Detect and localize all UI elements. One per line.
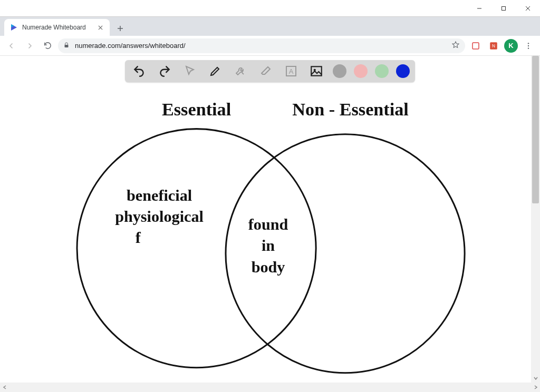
plus-icon xyxy=(117,25,123,32)
horizontal-scrollbar[interactable] xyxy=(0,383,540,392)
chevron-left-icon xyxy=(2,385,7,390)
venn-left-title: Essential xyxy=(162,99,231,119)
scroll-thumb[interactable] xyxy=(532,56,539,203)
star-icon xyxy=(451,41,460,49)
extension-icon xyxy=(471,41,480,51)
kebab-icon xyxy=(524,42,533,50)
minimize-icon xyxy=(477,6,482,11)
svg-point-21 xyxy=(77,129,316,368)
close-icon xyxy=(525,6,531,11)
venn-diagram: Essential Non - Essential beneficial phy… xyxy=(0,82,531,383)
lock-icon xyxy=(63,42,71,50)
extension-2-button[interactable]: N xyxy=(486,38,501,53)
omnibox-url: numerade.com/answers/whiteboard/ xyxy=(75,42,447,50)
venn-right-title: Non - Essential xyxy=(292,99,409,119)
maximize-icon xyxy=(501,6,506,11)
close-icon xyxy=(98,25,103,30)
tab-close-button[interactable] xyxy=(96,23,104,32)
arrow-left-icon xyxy=(7,41,16,51)
nav-forward-button[interactable] xyxy=(22,38,37,53)
venn-center-text-1: found xyxy=(248,215,288,233)
extension-1-button[interactable] xyxy=(468,38,483,53)
scroll-left-button[interactable] xyxy=(0,383,9,392)
reload-icon xyxy=(43,41,52,50)
extension-icon: N xyxy=(489,41,498,51)
profile-initial: K xyxy=(508,42,513,50)
omnibox[interactable]: numerade.com/answers/whiteboard/ xyxy=(58,38,465,53)
nav-reload-button[interactable] xyxy=(40,38,55,53)
window-maximize-button[interactable] xyxy=(491,0,516,17)
venn-left-text-2: physiological xyxy=(115,208,204,226)
venn-left-text-3: f xyxy=(136,229,141,247)
svg-rect-1 xyxy=(502,6,506,10)
profile-avatar-button[interactable]: K xyxy=(504,39,518,53)
svg-text:N: N xyxy=(492,44,495,48)
window-minimize-button[interactable] xyxy=(467,0,491,17)
whiteboard-canvas[interactable]: Essential Non - Essential beneficial phy… xyxy=(0,56,531,383)
svg-rect-10 xyxy=(65,45,69,47)
window-close-button[interactable] xyxy=(516,0,540,17)
venn-center-text-2: in xyxy=(262,237,275,254)
venn-left-text-1: beneficial xyxy=(127,187,192,204)
chevron-right-icon xyxy=(533,385,538,390)
tab-title: Numerade Whiteboard xyxy=(22,24,92,31)
svg-rect-11 xyxy=(472,43,479,49)
tab-strip: Numerade Whiteboard xyxy=(0,17,540,36)
svg-point-15 xyxy=(528,45,529,46)
tab-favicon-play-icon xyxy=(9,23,18,32)
browser-tab[interactable]: Numerade Whiteboard xyxy=(4,19,110,36)
browser-toolbar: numerade.com/answers/whiteboard/ N K xyxy=(0,36,540,56)
arrow-right-icon xyxy=(25,41,34,51)
page-viewport: A Essential Non - Essential beneficial p… xyxy=(0,56,540,383)
scroll-down-button[interactable] xyxy=(531,374,540,383)
nav-back-button[interactable] xyxy=(4,38,19,53)
window-titlebar xyxy=(0,0,540,17)
svg-point-16 xyxy=(528,47,529,48)
venn-center-text-3: body xyxy=(252,258,285,276)
bookmark-star-button[interactable] xyxy=(451,41,460,51)
chevron-down-icon xyxy=(533,376,538,381)
scroll-right-button[interactable] xyxy=(531,383,540,392)
vertical-scrollbar[interactable] xyxy=(531,56,540,383)
svg-point-14 xyxy=(528,43,529,44)
browser-menu-button[interactable] xyxy=(521,38,536,53)
new-tab-button[interactable] xyxy=(113,21,128,36)
